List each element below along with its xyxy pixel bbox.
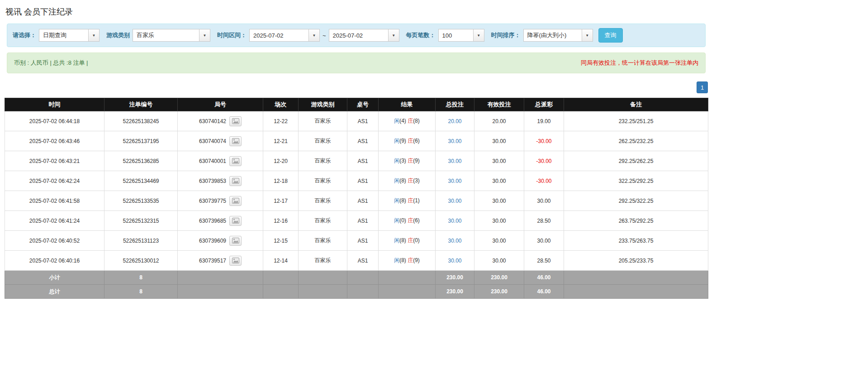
cell-payout: -30.00 — [524, 131, 564, 151]
video-replay-icon — [232, 238, 239, 244]
cell-result: 闲(0) 庄(6) — [379, 211, 436, 231]
cell-round: 630740001 — [178, 151, 263, 171]
column-header: 时间 — [5, 98, 104, 111]
table-row: 2025-07-02 06:42:24522625134469630739853… — [5, 171, 708, 191]
page-1-button[interactable]: 1 — [697, 81, 708, 93]
banker-result: 庄 — [408, 158, 413, 164]
search-button[interactable]: 查询 — [598, 28, 623, 43]
round-id: 630740074 — [199, 138, 226, 144]
banker-result: 庄 — [408, 118, 413, 124]
cell-total-bet[interactable]: 30.00 — [436, 251, 474, 271]
cell-remark: 263.75/292.25 — [564, 211, 708, 231]
banker-points: (9) — [413, 257, 420, 263]
chevron-down-icon[interactable]: ▼ — [389, 29, 399, 42]
footer-empty — [379, 271, 436, 285]
date-to-picker[interactable]: 2025-07-02 ▼ — [329, 29, 399, 42]
table-row: 2025-07-02 06:40:52522625131123630739609… — [5, 231, 708, 251]
video-replay-button[interactable] — [229, 216, 242, 226]
round-id: 630740142 — [199, 118, 226, 124]
sort-order-value[interactable]: 降幂(由大到小) — [523, 29, 582, 42]
total-bet-link[interactable]: 30.00 — [448, 218, 461, 224]
banker-result: 庄 — [408, 237, 413, 244]
video-replay-button[interactable] — [229, 196, 242, 206]
video-replay-button[interactable] — [229, 176, 242, 186]
total-bet-link[interactable]: 30.00 — [448, 238, 461, 244]
round-id: 630740001 — [199, 158, 226, 164]
cell-valid-bet: 30.00 — [474, 131, 524, 151]
video-replay-button[interactable] — [229, 136, 242, 146]
cell-round: 630739853 — [178, 171, 263, 191]
cell-remark: 232.25/251.25 — [564, 111, 708, 131]
chevron-down-icon[interactable]: ▼ — [582, 29, 593, 42]
cell-valid-bet: 30.00 — [474, 191, 524, 211]
column-header: 有效投注 — [474, 98, 524, 111]
cell-time: 2025-07-02 06:41:58 — [5, 191, 104, 211]
cell-session: 12-18 — [263, 171, 299, 191]
player-result: 闲 — [394, 197, 399, 204]
footer-payout: 46.00 — [524, 285, 564, 299]
total-bet-link[interactable]: 30.00 — [448, 258, 461, 264]
round-id: 630739517 — [199, 258, 226, 264]
footer-empty — [347, 285, 379, 299]
cell-round: 630740142 — [178, 111, 263, 131]
cell-total-bet[interactable]: 30.00 — [436, 151, 474, 171]
cell-game-type: 百家乐 — [299, 251, 347, 271]
chevron-down-icon[interactable]: ▼ — [309, 29, 320, 42]
video-replay-button[interactable] — [229, 156, 242, 166]
footer-total-bet: 230.00 — [436, 271, 474, 285]
query-type-select[interactable]: 日期查询 ▼ — [39, 29, 100, 42]
cell-time: 2025-07-02 06:43:46 — [5, 131, 104, 151]
cell-game-type: 百家乐 — [299, 151, 347, 171]
cell-game-type: 百家乐 — [299, 131, 347, 151]
banker-result: 庄 — [408, 257, 413, 263]
cell-payout: 28.50 — [524, 251, 564, 271]
cell-total-bet[interactable]: 20.00 — [436, 111, 474, 131]
cell-payout: 28.50 — [524, 211, 564, 231]
cell-total-bet[interactable]: 30.00 — [436, 211, 474, 231]
total-bet-link[interactable]: 30.00 — [448, 178, 461, 184]
cell-remark: 322.25/292.25 — [564, 171, 708, 191]
footer-label: 总计 — [5, 285, 104, 299]
page-size-select[interactable]: 100 ▼ — [438, 29, 484, 42]
sort-order-select[interactable]: 降幂(由大到小) ▼ — [523, 29, 593, 42]
time-range-label: 时间区间： — [217, 31, 247, 39]
total-row: 总计8230.00230.0046.00 — [5, 285, 708, 299]
date-from-value[interactable]: 2025-07-02 — [249, 29, 309, 42]
video-replay-button[interactable] — [229, 236, 242, 246]
column-header: 备注 — [564, 98, 708, 111]
video-replay-button[interactable] — [229, 256, 242, 266]
game-type-label: 游戏类别 — [106, 31, 130, 39]
player-points: (3) — [399, 158, 406, 164]
banker-result: 庄 — [408, 138, 413, 144]
chevron-down-icon[interactable]: ▼ — [199, 29, 210, 42]
player-result: 闲 — [394, 217, 399, 224]
query-type-value[interactable]: 日期查询 — [39, 29, 89, 42]
column-header: 场次 — [263, 98, 299, 111]
game-type-select[interactable]: 百家乐 ▼ — [133, 29, 210, 42]
chevron-down-icon[interactable]: ▼ — [89, 29, 100, 42]
cell-total-bet[interactable]: 30.00 — [436, 191, 474, 211]
chevron-down-icon[interactable]: ▼ — [474, 29, 484, 42]
total-bet-link[interactable]: 20.00 — [448, 118, 461, 124]
cell-session: 12-20 — [263, 151, 299, 171]
cell-bet-id: 522625137195 — [104, 131, 178, 151]
cell-table-no: AS1 — [347, 251, 379, 271]
cell-total-bet[interactable]: 30.00 — [436, 231, 474, 251]
total-bet-link[interactable]: 30.00 — [448, 158, 461, 164]
footer-empty — [564, 285, 708, 299]
total-bet-link[interactable]: 30.00 — [448, 198, 461, 204]
page-size-value[interactable]: 100 — [438, 29, 474, 42]
video-replay-button[interactable] — [229, 116, 242, 126]
page-title: 视讯 会员下注纪录 — [5, 6, 868, 17]
cell-total-bet[interactable]: 30.00 — [436, 171, 474, 191]
column-header: 总投注 — [436, 98, 474, 111]
total-bet-link[interactable]: 30.00 — [448, 138, 461, 144]
date-from-picker[interactable]: 2025-07-02 ▼ — [249, 29, 320, 42]
date-to-value[interactable]: 2025-07-02 — [329, 29, 389, 42]
table-row: 2025-07-02 06:44:18522625138245630740142… — [5, 111, 708, 131]
game-type-value[interactable]: 百家乐 — [133, 29, 199, 42]
cell-total-bet[interactable]: 30.00 — [436, 131, 474, 151]
cell-table-no: AS1 — [347, 151, 379, 171]
cell-session: 12-22 — [263, 111, 299, 131]
banker-points: (6) — [413, 217, 420, 224]
